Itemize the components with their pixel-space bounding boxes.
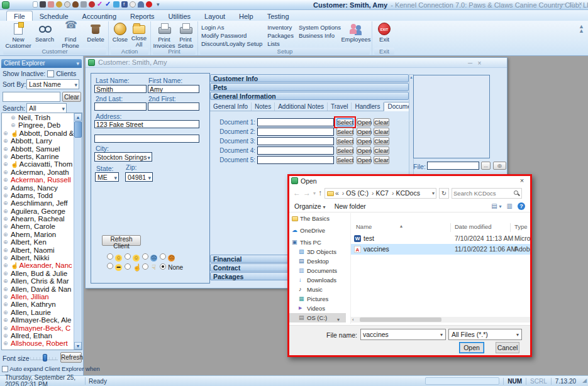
- client-list-item[interactable]: ⊕☝Allen, Laurie: [2, 309, 74, 316]
- mood-none-radio[interactable]: [160, 263, 166, 270]
- expand-icon[interactable]: ⊕: [3, 192, 8, 199]
- wrench-icon[interactable]: [80, 1, 87, 8]
- mood-radio[interactable]: [142, 263, 148, 270]
- mood-radio[interactable]: [125, 263, 131, 270]
- customer-window-titlebar[interactable]: Customer: Smith, Amy ─×: [86, 58, 507, 68]
- address-input[interactable]: [94, 120, 199, 128]
- expand-icon[interactable]: ⊕: [3, 301, 8, 308]
- search-button[interactable]: Search: [33, 22, 56, 43]
- client-list-item[interactable]: ⊕☝Ahern, Carole: [2, 223, 74, 230]
- setup-link[interactable]: Discount/Loyalty Setup: [201, 40, 262, 48]
- client-list-item[interactable]: ⊕☝Allen, Kathryn: [2, 301, 74, 308]
- client-list-item[interactable]: ⊕☝Allen, Bud & Julie: [2, 270, 74, 277]
- document-select-button[interactable]: Select: [336, 156, 353, 164]
- document-select-button[interactable]: Select: [336, 146, 353, 155]
- minimize-icon[interactable]: ─: [559, 1, 568, 8]
- refresh-icon[interactable]: ↻: [439, 188, 449, 199]
- client-list-item[interactable]: ⊕☝Ahern, Marion: [2, 231, 74, 238]
- client-explorer-header[interactable]: Client Explorer▾: [1, 59, 82, 68]
- nav-folder-item[interactable]: Downloads: [289, 275, 346, 285]
- clear-button[interactable]: Clear: [62, 92, 81, 102]
- client-list-item[interactable]: ⊕☝Alexander, Nanc: [2, 262, 74, 269]
- client-list-item[interactable]: ⊕☝Abbott, Larry: [2, 137, 74, 145]
- client-list-item[interactable]: ⊕☝Allen, Jillian: [2, 293, 74, 301]
- breadcrumb[interactable]: «OS (C:)KC7KCDocs▾: [325, 188, 436, 199]
- document-path-input[interactable]: [257, 137, 334, 145]
- exit-button[interactable]: EXITExit: [374, 22, 394, 43]
- new-customer-button[interactable]: New Customer: [3, 22, 33, 50]
- client-list-item[interactable]: ⊕☝Adams, Nancy: [2, 184, 74, 192]
- print-setup-button[interactable]: Print Setup: [175, 22, 196, 50]
- file-name-combo[interactable]: ▾: [360, 329, 446, 340]
- expand-icon[interactable]: ⊕: [11, 121, 16, 129]
- mood-radio[interactable]: [160, 253, 166, 260]
- minimize-icon[interactable]: ─: [465, 58, 475, 68]
- last-name-input[interactable]: [94, 85, 147, 93]
- scroll-up-icon[interactable]: ▲: [74, 113, 82, 121]
- new-folder-button[interactable]: New folder: [335, 202, 366, 210]
- menu-item[interactable]: Utilities: [162, 11, 197, 21]
- nav-folder-item[interactable]: Music: [289, 285, 346, 294]
- refresh-client-button[interactable]: Refresh Client: [102, 235, 141, 246]
- check-pink-icon[interactable]: [97, 1, 103, 8]
- refresh-button[interactable]: Refresh: [60, 352, 82, 363]
- setup-link[interactable]: Inventory: [267, 23, 294, 31]
- twitter-icon[interactable]: [113, 1, 119, 8]
- mood-option-none[interactable]: None: [160, 263, 183, 271]
- search-input[interactable]: [453, 189, 511, 197]
- document-open-button[interactable]: Open: [357, 156, 371, 164]
- phone-icon[interactable]: [48, 1, 54, 8]
- forward-icon[interactable]: →: [303, 189, 311, 197]
- mood-option[interactable]: [107, 263, 122, 271]
- document-clear-button[interactable]: Clear: [374, 128, 389, 136]
- chevron-down-icon[interactable]: ▾: [440, 332, 443, 338]
- accordion-header[interactable]: Customer Info: [210, 74, 409, 82]
- client-list-item[interactable]: ⊕☝Albert, Naomi: [2, 246, 74, 254]
- record-icon[interactable]: [130, 1, 136, 8]
- breadcrumb-part[interactable]: KC7: [370, 189, 389, 197]
- setup-link[interactable]: Packages: [267, 31, 294, 40]
- client-list-item[interactable]: ⊕☝Aguilera, George: [2, 207, 74, 215]
- clock-icon[interactable]: [64, 1, 70, 8]
- breadcrumb-part[interactable]: KCDocs: [390, 189, 420, 197]
- client-list-item[interactable]: ⊕☝Allen, Chris & Mar: [2, 277, 74, 285]
- expand-icon[interactable]: ⊕: [11, 114, 16, 121]
- close-icon[interactable]: ×: [514, 176, 530, 186]
- expand-icon[interactable]: ⊕: [3, 316, 8, 324]
- client-list-item[interactable]: ⊕☝Aeschlimann, Jeff: [2, 199, 74, 207]
- mood-radio[interactable]: [107, 253, 113, 260]
- font-size-slider-thumb[interactable]: [43, 354, 47, 361]
- resize-grip[interactable]: ◢: [580, 377, 588, 385]
- help-icon[interactable]: ?: [518, 202, 525, 210]
- menu-item[interactable]: Help: [232, 11, 260, 21]
- expand-icon[interactable]: ⊕: [3, 137, 8, 145]
- expand-icon[interactable]: ⊕: [3, 145, 8, 153]
- chevron-down-icon[interactable]: ▾: [516, 332, 519, 338]
- nav-folder-item[interactable]: Desktop: [289, 256, 346, 266]
- expand-icon[interactable]: ⊕: [3, 277, 8, 285]
- tab[interactable]: General Info: [210, 102, 252, 111]
- qa-dropdown-icon[interactable]: ▾: [157, 1, 160, 8]
- document-select-button[interactable]: Select: [336, 137, 353, 145]
- camera-button[interactable]: ◎: [493, 162, 506, 170]
- show-inactive-checkbox[interactable]: [47, 70, 54, 77]
- close-icon[interactable]: ×: [475, 58, 484, 68]
- stop-icon[interactable]: [146, 1, 152, 8]
- organize-button[interactable]: Organize▾: [294, 202, 326, 210]
- client-list-item[interactable]: ⊕☝Allen, David & Nan: [2, 285, 74, 293]
- expand-icon[interactable]: ⊕: [3, 262, 8, 269]
- accordion-header[interactable]: General Information: [210, 92, 409, 100]
- browse-button[interactable]: ...: [481, 162, 491, 170]
- mood-option[interactable]: [142, 253, 157, 262]
- menu-item[interactable]: File: [6, 11, 33, 21]
- column-name[interactable]: Name: [356, 223, 372, 230]
- mood-radio[interactable]: [142, 253, 148, 260]
- address2-input[interactable]: [94, 135, 199, 143]
- mood-option[interactable]: [125, 263, 140, 271]
- expand-icon[interactable]: ⊕: [3, 130, 8, 137]
- nav-folder-item[interactable]: Videos: [289, 304, 346, 313]
- cancel-button[interactable]: Cancel: [496, 342, 519, 353]
- expand-icon[interactable]: ⊕: [3, 339, 8, 347]
- photo-file-input[interactable]: [427, 162, 479, 170]
- client-list-item[interactable]: ⊕☝Abbott, Samuel: [2, 145, 74, 153]
